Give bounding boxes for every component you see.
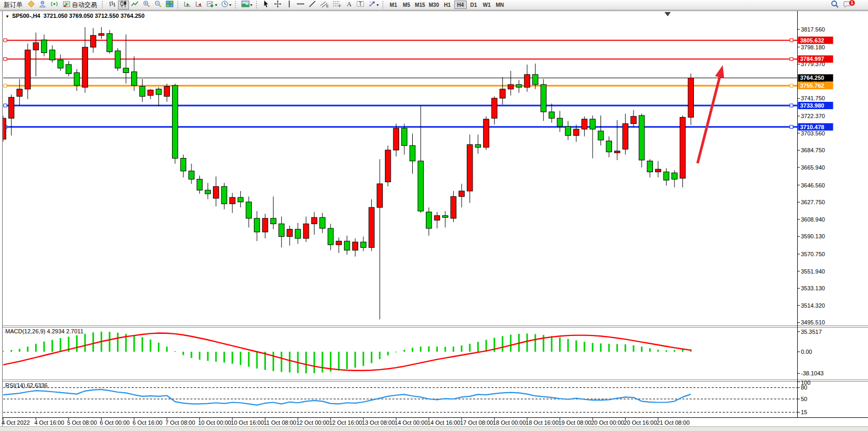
line-handle[interactable]	[790, 125, 793, 129]
candlestick-chart-button[interactable]	[118, 1, 129, 9]
macd-histogram-bar	[355, 352, 356, 367]
macd-histogram-bar	[240, 352, 241, 365]
equidistant-channel-button[interactable]: E	[318, 1, 330, 9]
macd-histogram-bar	[35, 344, 37, 352]
macd-histogram-bar	[232, 352, 233, 364]
timeframe-h4-button[interactable]: H4	[454, 1, 467, 9]
svg-text:3755.762: 3755.762	[800, 82, 824, 89]
line-handle[interactable]	[790, 57, 793, 60]
dropdown-caret-icon: ▾	[250, 3, 252, 7]
candle	[426, 212, 432, 228]
macd-histogram-bar	[142, 337, 143, 352]
notifications-button[interactable]: 1	[841, 1, 853, 9]
fibonacci-icon: F	[333, 0, 341, 9]
trendline-button[interactable]	[307, 1, 318, 9]
candle	[680, 117, 685, 178]
chart-shift-button[interactable]	[194, 1, 205, 9]
collapse-triangle-icon[interactable]: ▼	[5, 14, 9, 19]
line-handle[interactable]	[790, 39, 793, 42]
add-indicator-button[interactable]: ▾	[205, 1, 219, 9]
candle	[606, 141, 612, 152]
macd-histogram-bar	[248, 352, 250, 367]
timeframe-m5-button[interactable]: M5	[400, 1, 413, 9]
line-handle[interactable]	[790, 84, 793, 87]
line-chart-button[interactable]	[130, 1, 141, 9]
timeframe-w1-button[interactable]: W1	[480, 1, 493, 9]
date-tick-label: 18 Oct 16:00	[526, 419, 559, 426]
chart-canvas[interactable]: 3817.5603798.1803779.3703760.5603741.750…	[0, 0, 868, 431]
macd-histogram-bar	[117, 333, 119, 352]
timeframe-h1-button[interactable]: H1	[441, 1, 454, 9]
date-tick-label: 19 Oct 08:00	[558, 419, 591, 426]
candle	[164, 86, 170, 96]
bar-chart-button[interactable]	[106, 1, 117, 9]
macd-scale-label: 35.3517	[801, 329, 822, 335]
line-handle[interactable]	[4, 39, 7, 42]
trendline-icon	[308, 0, 316, 9]
candle	[295, 229, 301, 238]
dropdown-caret-icon: ▾	[215, 3, 217, 7]
macd-histogram-bar	[625, 344, 626, 352]
timeframe-mn-button[interactable]: MN	[494, 1, 506, 9]
candle	[197, 179, 202, 190]
zoom-in-button[interactable]	[141, 1, 152, 9]
candle	[532, 75, 538, 85]
arrows-objects-button[interactable]: ▾	[367, 1, 380, 9]
timeframe-m15-button[interactable]: M15	[413, 1, 426, 9]
new-order-button[interactable]: 新订单	[1, 1, 25, 9]
line-handle[interactable]	[4, 84, 7, 87]
text-label-button[interactable]: T	[355, 1, 366, 9]
periods-button[interactable]: ▾	[219, 1, 233, 9]
macd-histogram-bar	[608, 344, 610, 352]
candle	[352, 242, 358, 250]
timeframe-d1-button[interactable]: D1	[467, 1, 480, 9]
rsi-scale-label: 15	[801, 409, 807, 415]
date-tick-label: 10 Oct 00:00	[198, 419, 231, 426]
zoom-out-button[interactable]	[153, 1, 164, 9]
strategy-tester-button[interactable]	[26, 1, 37, 9]
text-label-icon: T	[356, 0, 365, 9]
macd-histogram-bar	[207, 352, 209, 361]
date-tick-label: 20 Oct 16:00	[624, 419, 657, 426]
price-tick-label: 3684.750	[801, 147, 825, 153]
timeframe-m30-button[interactable]: M30	[427, 1, 441, 9]
macd-histogram-bar	[199, 352, 200, 360]
timeframe-m1-button[interactable]: M1	[387, 1, 400, 9]
macd-histogram-bar	[453, 346, 454, 352]
terminal-button[interactable]	[37, 1, 48, 9]
macd-histogram-bar	[444, 347, 446, 352]
cursor-button[interactable]	[261, 1, 272, 9]
crosshair-button[interactable]	[272, 1, 283, 9]
auto-scroll-button[interactable]	[182, 1, 193, 9]
date-tick-label: 12 Oct 00:00	[296, 419, 329, 426]
candle	[582, 119, 587, 129]
candle	[524, 75, 530, 87]
price-badge-3784.997: 3784.997	[798, 55, 833, 62]
date-tick-label: 6 Oct 00:00	[100, 419, 130, 426]
macd-histogram-bar	[592, 343, 593, 352]
price-badge-3805.632: 3805.632	[798, 37, 833, 44]
signals-button[interactable]	[49, 1, 60, 9]
search-button[interactable]	[829, 1, 841, 9]
text-button[interactable]: A	[344, 1, 354, 9]
macd-histogram-bar	[527, 333, 528, 352]
candle	[663, 172, 669, 180]
macd-histogram-bar	[166, 346, 168, 352]
line-handle[interactable]	[4, 104, 7, 107]
tile-windows-button[interactable]	[164, 1, 175, 9]
toolbar-grip	[256, 1, 259, 8]
horizontal-line-button[interactable]	[295, 1, 306, 9]
candle	[443, 216, 448, 217]
clock-icon	[221, 0, 229, 9]
candle	[385, 150, 391, 182]
macd-histogram-bar	[657, 350, 659, 352]
autotrading-button[interactable]: 自动交易	[60, 1, 100, 9]
template-icon	[241, 0, 250, 9]
price-tick-label: 3608.940	[801, 216, 825, 223]
fibonacci-button[interactable]: F	[331, 1, 343, 9]
line-handle[interactable]	[4, 57, 7, 60]
price-tick-label: 3495.510	[801, 319, 825, 325]
vertical-line-button[interactable]	[284, 1, 294, 9]
line-handle[interactable]	[790, 104, 793, 107]
templates-button[interactable]: ▾	[240, 1, 254, 9]
